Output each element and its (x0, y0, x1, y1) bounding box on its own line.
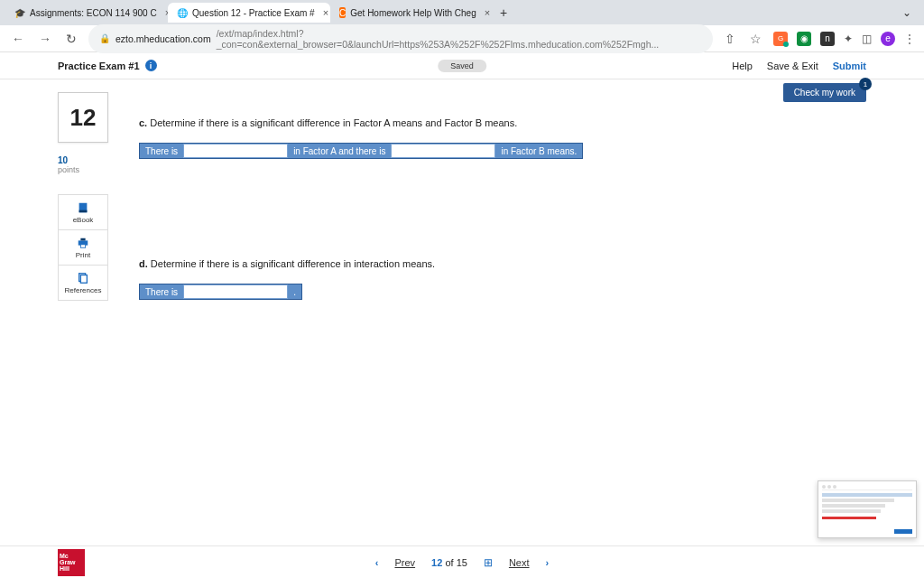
address-bar: ← → ↻ 🔒 ezto.mheducation.com/ext/map/ind… (0, 25, 924, 52)
ext-icon[interactable]: ◉ (797, 32, 811, 46)
svg-rect-6 (80, 275, 87, 283)
tab-title: Get Homework Help With Cheg (350, 8, 476, 18)
prev-arrow-icon[interactable]: ‹ (375, 557, 379, 568)
tool-label: eBook (73, 216, 94, 224)
part-label: c. (139, 117, 147, 128)
svg-rect-4 (80, 244, 85, 247)
references-button[interactable]: References (58, 265, 108, 301)
save-exit-link[interactable]: Save & Exit (767, 61, 818, 71)
tab-title: Assignments: ECON 114 900 C (30, 8, 157, 18)
lock-icon: 🔒 (99, 33, 110, 43)
tool-label: Print (76, 251, 90, 259)
svg-rect-1 (79, 210, 88, 212)
grad-cap-icon: 🎓 (14, 7, 25, 18)
svg-rect-3 (80, 238, 85, 240)
next-arrow-icon[interactable]: › (546, 557, 550, 568)
check-work-badge: 1 (859, 78, 872, 90)
saved-indicator: Saved (438, 60, 486, 72)
thumbnail-preview[interactable] (818, 480, 917, 538)
part-text: Determine if there is a significant diff… (151, 258, 435, 269)
part-c-prompt: c. Determine if there is a significant d… (139, 117, 866, 128)
tab-chegg[interactable]: C Get Homework Help With Cheg × (330, 3, 493, 23)
check-work-button[interactable]: Check my work 1 (783, 83, 866, 102)
print-button[interactable]: Print (58, 229, 108, 266)
points-display: 10 points (58, 155, 123, 174)
ext-icon[interactable]: n (820, 32, 835, 46)
new-tab-button[interactable]: + (493, 5, 514, 20)
grid-icon[interactable]: ⊞ (484, 556, 493, 569)
star-icon[interactable]: ☆ (747, 32, 764, 46)
part-d-prompt: d. Determine if there is a significant d… (139, 258, 866, 269)
factor-b-dropdown[interactable] (391, 144, 495, 158)
close-icon[interactable]: × (485, 7, 490, 18)
info-icon[interactable]: i (145, 60, 157, 71)
chegg-icon: C (339, 7, 346, 18)
browser-tab-strip: 🎓 Assignments: ECON 114 900 C × 🌐 Questi… (0, 0, 924, 25)
tool-label: References (65, 286, 102, 294)
points-label: points (58, 165, 123, 174)
puzzle-icon[interactable]: ✦ (844, 33, 853, 45)
copy-icon (77, 272, 89, 284)
tool-buttons: eBook Print References (58, 194, 123, 301)
url-input[interactable]: 🔒 ezto.mheducation.com/ext/map/index.htm… (88, 24, 713, 53)
answer-seg: in Factor B means. (495, 144, 582, 158)
url-path: /ext/map/index.html?_con=con&external_br… (217, 28, 702, 50)
check-work-label: Check my work (794, 88, 855, 98)
tab-question[interactable]: 🌐 Question 12 - Practice Exam # × (168, 3, 330, 23)
pagination: ‹ Prev 12 of 15 ⊞ Next › (375, 556, 549, 569)
mcgraw-hill-logo: McGrawHill (58, 549, 85, 576)
part-d: d. Determine if there is a significant d… (139, 258, 866, 300)
part-label: d. (139, 258, 148, 269)
content-area: Check my work 1 12 10 points eBook Print… (0, 79, 924, 301)
question-number: 12 (58, 92, 108, 143)
book-icon (77, 201, 89, 214)
title-text: Practice Exam #1 (58, 61, 140, 71)
url-domain: ezto.mheducation.com (116, 33, 211, 44)
app-header: Practice Exam #1 i Saved Help Save & Exi… (0, 52, 924, 79)
ext-icon[interactable]: G (773, 32, 788, 46)
back-button[interactable]: ← (9, 32, 27, 46)
answer-seg: in Factor A and there is (288, 144, 391, 158)
part-d-answer: There is . (139, 284, 302, 300)
answer-seg: . (288, 284, 301, 299)
prev-link[interactable]: Prev (394, 557, 415, 568)
page-position: 12 of 15 (431, 557, 467, 568)
next-link[interactable]: Next (509, 557, 530, 568)
close-icon[interactable]: × (323, 7, 328, 18)
question-sidebar: 12 10 points eBook Print References (58, 92, 123, 301)
printer-icon (77, 237, 89, 249)
tab-title: Question 12 - Practice Exam # (192, 8, 315, 18)
part-c-answer: There is in Factor A and there is in Fac… (139, 143, 583, 159)
submit-link[interactable]: Submit (833, 61, 866, 71)
forward-button[interactable]: → (36, 32, 54, 46)
window-icon[interactable]: ◫ (862, 33, 872, 45)
answer-seg: There is (140, 284, 183, 299)
extension-icons: G ◉ n ✦ ◫ e ⋮ (773, 32, 915, 46)
globe-icon: 🌐 (177, 7, 188, 18)
header-links: Help Save & Exit Submit (732, 61, 866, 71)
tab-assignments[interactable]: 🎓 Assignments: ECON 114 900 C × (5, 3, 168, 23)
share-icon[interactable]: ⇧ (722, 32, 738, 46)
factor-a-dropdown[interactable] (183, 144, 288, 158)
footer-bar: McGrawHill ‹ Prev 12 of 15 ⊞ Next › (0, 545, 924, 578)
menu-icon[interactable]: ⋮ (904, 33, 915, 45)
ebook-button[interactable]: eBook (58, 194, 108, 230)
points-value: 10 (58, 155, 123, 165)
exam-title: Practice Exam #1 i (58, 60, 157, 71)
reload-button[interactable]: ↻ (63, 32, 79, 46)
chevron-down-icon[interactable]: ⌄ (902, 6, 919, 19)
profile-icon[interactable]: e (881, 32, 895, 46)
part-text: Determine if there is a significant diff… (150, 117, 517, 128)
question-body: c. Determine if there is a significant d… (139, 92, 866, 301)
help-link[interactable]: Help (732, 61, 753, 71)
answer-seg: There is (140, 144, 183, 158)
interaction-dropdown[interactable] (183, 284, 288, 299)
